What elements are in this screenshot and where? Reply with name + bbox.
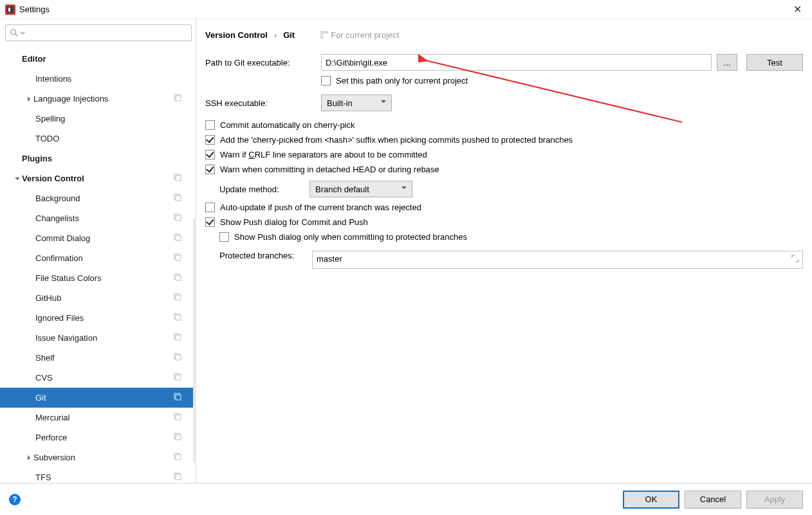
project-scope-icon — [174, 233, 181, 243]
show-push-checkbox[interactable] — [205, 217, 215, 227]
protected-label: Protected branches: — [205, 251, 312, 260]
project-scope-icon — [174, 333, 181, 343]
sidebar-item-subversion[interactable]: Subversion — [0, 447, 196, 467]
sidebar-item-intentions[interactable]: Intentions — [0, 69, 196, 89]
ssh-select[interactable]: Built-in — [321, 95, 392, 111]
sidebar-item-label: Intentions — [35, 74, 71, 84]
sidebar-item-label: Issue Navigation — [35, 333, 97, 343]
sidebar-item-file-status-colors[interactable]: File Status Colors — [0, 268, 196, 288]
warn-detached-label: Warn when committing in detached HEAD or… — [220, 165, 439, 174]
cancel-button[interactable]: Cancel — [685, 491, 741, 509]
warn-crlf-checkbox[interactable] — [205, 150, 215, 159]
browse-button[interactable]: ... — [717, 54, 737, 71]
svg-rect-28 — [176, 375, 181, 380]
add-suffix-label: Add the 'cherry-picked from <hash>' suff… — [220, 135, 573, 145]
warn-crlf-label: Warn if CRLF line separators are about t… — [220, 150, 427, 159]
sidebar-item-label: Perforce — [35, 433, 67, 442]
sidebar-item-version-control[interactable]: Version Control — [0, 168, 196, 188]
svg-rect-40 — [322, 33, 328, 39]
svg-rect-10 — [176, 195, 181, 201]
sidebar-item-label: Spelling — [35, 114, 65, 123]
sidebar-item-label: Mercurial — [35, 413, 69, 422]
close-icon[interactable]: ✕ — [788, 3, 807, 15]
svg-point-3 — [11, 30, 16, 35]
chevron-right-icon — [24, 455, 33, 461]
sidebar-item-changelists[interactable]: Changelists — [0, 208, 196, 228]
sidebar-item-label: TFS — [35, 473, 51, 482]
sidebar-item-commit-dialog[interactable]: Commit Dialog — [0, 228, 196, 248]
svg-rect-34 — [176, 435, 181, 440]
sidebar-item-plugins[interactable]: Plugins — [0, 149, 196, 168]
project-scope-icon — [174, 373, 181, 383]
auto-update-checkbox[interactable] — [205, 203, 215, 212]
set-path-project-checkbox[interactable] — [321, 76, 331, 86]
sidebar-item-todo[interactable]: TODO — [0, 129, 196, 149]
svg-rect-16 — [176, 255, 181, 260]
chevron-right-icon: › — [274, 30, 277, 40]
project-scope-icon — [174, 94, 181, 104]
expand-icon[interactable] — [791, 254, 800, 265]
commit-cherry-checkbox[interactable] — [205, 120, 215, 130]
project-scope-icon — [174, 313, 181, 323]
settings-tree: EditorIntentionsLanguage InjectionsSpell… — [0, 46, 196, 483]
project-scope-icon — [174, 473, 181, 482]
breadcrumb: Version Control › Git For current projec… — [205, 24, 803, 45]
sidebar-item-git[interactable]: Git — [0, 388, 196, 408]
sidebar-item-ignored-files[interactable]: Ignored Files — [0, 308, 196, 328]
sidebar-item-github[interactable]: GitHub — [0, 288, 196, 308]
chevron-down-icon — [20, 28, 25, 38]
sidebar-item-label: Language Injections — [33, 94, 108, 104]
sidebar-item-spelling[interactable]: Spelling — [0, 109, 196, 129]
chevron-down-icon — [13, 176, 22, 182]
sidebar-item-label: Editor — [22, 54, 46, 64]
project-scope-icon — [174, 393, 181, 402]
show-push-protected-checkbox[interactable] — [219, 232, 229, 242]
project-scope-icon — [174, 194, 181, 203]
breadcrumb-parent[interactable]: Version Control — [205, 30, 268, 40]
ok-button[interactable]: OK — [623, 491, 679, 509]
path-label: Path to Git executable: — [205, 58, 321, 68]
project-scope-icon — [174, 253, 181, 263]
sidebar-item-label: Background — [35, 194, 80, 203]
warn-detached-checkbox[interactable] — [205, 165, 215, 174]
scope-hint: For current project — [320, 30, 399, 40]
sidebar-item-label: Plugins — [22, 154, 52, 163]
set-path-project-label: Set this path only for current project — [336, 76, 468, 86]
sidebar-item-issue-navigation[interactable]: Issue Navigation — [0, 328, 196, 348]
svg-rect-8 — [176, 176, 181, 181]
sidebar-item-editor[interactable]: Editor — [0, 49, 196, 69]
add-suffix-checkbox[interactable] — [205, 135, 215, 145]
update-method-select[interactable]: Branch default — [309, 181, 412, 197]
sidebar-item-language-injections[interactable]: Language Injections — [0, 89, 196, 109]
project-scope-icon — [174, 353, 181, 363]
sidebar-item-cvs[interactable]: CVS — [0, 368, 196, 388]
svg-line-4 — [15, 34, 18, 37]
git-path-input[interactable] — [321, 54, 712, 71]
sidebar-item-shelf[interactable]: Shelf — [0, 348, 196, 368]
sidebar-item-label: Subversion — [33, 453, 75, 462]
sidebar-item-background[interactable]: Background — [0, 188, 196, 208]
commit-cherry-label: Commit automatically on cherry-pick — [220, 120, 355, 130]
sidebar-item-tfs[interactable]: TFS — [0, 467, 196, 483]
sidebar-item-perforce[interactable]: Perforce — [0, 428, 196, 447]
protected-branches-input[interactable]: master — [312, 251, 803, 269]
svg-rect-36 — [176, 455, 181, 460]
auto-update-label: Auto-update if push of the current branc… — [220, 203, 421, 212]
svg-rect-24 — [176, 335, 181, 340]
svg-rect-14 — [176, 235, 181, 240]
svg-rect-26 — [176, 355, 181, 360]
footer: ? OK Cancel Apply — [0, 483, 812, 515]
breadcrumb-current: Git — [283, 30, 295, 40]
sidebar-item-mercurial[interactable]: Mercurial — [0, 408, 196, 428]
sidebar-item-label: Commit Dialog — [35, 233, 90, 243]
search-input[interactable] — [5, 24, 192, 41]
sidebar-item-label: GitHub — [35, 293, 61, 303]
help-icon[interactable]: ? — [9, 494, 21, 505]
test-button[interactable]: Test — [746, 54, 803, 71]
svg-rect-20 — [176, 295, 181, 300]
svg-rect-22 — [176, 315, 181, 320]
sidebar-item-confirmation[interactable]: Confirmation — [0, 248, 196, 268]
show-push-label: Show Push dialog for Commit and Push — [220, 217, 368, 227]
apply-button[interactable]: Apply — [746, 491, 803, 509]
svg-rect-2 — [8, 8, 10, 12]
